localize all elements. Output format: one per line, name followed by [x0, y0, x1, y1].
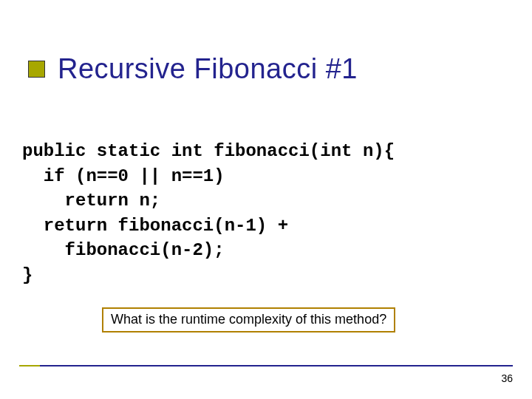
footer-divider: [19, 365, 513, 366]
code-block: public static int fibonacci(int n){ if (…: [22, 139, 395, 288]
page-number: 36: [501, 372, 513, 384]
code-line: }: [22, 265, 33, 285]
code-line: if (n==0 || n==1): [22, 166, 225, 186]
code-line: return fibonacci(n-1) +: [22, 216, 288, 236]
code-line: return n;: [22, 191, 160, 211]
title-accent-square: [28, 61, 45, 78]
footer-accent-dash: [19, 365, 40, 366]
code-line: fibonacci(n-2);: [22, 240, 225, 260]
question-callout: What is the runtime complexity of this m…: [102, 307, 395, 332]
slide: Recursive Fibonacci #1 public static int…: [0, 0, 532, 399]
slide-title: Recursive Fibonacci #1: [58, 53, 358, 85]
code-line: public static int fibonacci(int n){: [22, 141, 395, 161]
